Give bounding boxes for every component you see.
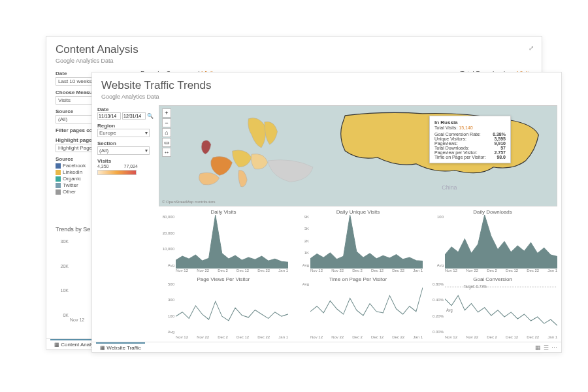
chart-title: Page Views Per Visitor bbox=[159, 276, 288, 282]
map-attribution: © OpenStreetMap contributors bbox=[162, 200, 215, 204]
zoom-in-button[interactable]: + bbox=[162, 108, 171, 118]
zoom-home-button[interactable]: ⌂ bbox=[162, 128, 171, 137]
trends-label: Trends by Se bbox=[56, 226, 90, 233]
date-from-input[interactable] bbox=[97, 112, 121, 120]
chart-title: Time on Page Per Visitor bbox=[293, 276, 423, 282]
x-axis: Nov 12Nov 22Dec 2Dec 12Dec 22Jan 1 bbox=[310, 335, 423, 342]
front-subtitle: Google Analytics Data bbox=[101, 93, 552, 100]
visits-max: 77,024 bbox=[124, 164, 138, 169]
chart-daily_unique: Daily Unique Visits 9K3K2K1KAvg Nov 12No… bbox=[293, 209, 423, 275]
x-axis: Nov 12Nov 22Dec 2Dec 12Dec 22Jan 1 bbox=[176, 269, 288, 275]
legend-label: Twitter bbox=[63, 182, 78, 188]
legend-swatch bbox=[56, 163, 61, 169]
chart-goalconv: Goal Conversion 0.80%0.40%0.20%0.00% Tar… bbox=[428, 276, 557, 342]
website-traffic-tab[interactable]: ▦ Website Traffic bbox=[96, 342, 145, 352]
x-axis: Nov 12Nov 22Dec 2Dec 12Dec 22Jan 1 bbox=[310, 269, 423, 275]
chart-title: Daily Downloads bbox=[428, 209, 557, 215]
y-axis: 0.80%0.40%0.20%0.00% bbox=[428, 282, 445, 335]
y-axis: Avg bbox=[293, 282, 310, 335]
zoom-select-button[interactable]: ▭ bbox=[162, 138, 171, 147]
back-title: Content Analysis bbox=[56, 43, 532, 56]
view-grid-icon[interactable]: ▦ bbox=[535, 344, 541, 351]
legend-label: Facebook bbox=[63, 163, 86, 169]
section-label: Section bbox=[97, 140, 151, 146]
legend-swatch bbox=[56, 170, 61, 175]
y-axis: 9K3K2K1KAvg bbox=[293, 215, 310, 267]
visits-label: Visits bbox=[97, 158, 151, 164]
region-label: Region bbox=[97, 123, 151, 129]
legend-swatch bbox=[56, 176, 61, 182]
legend-label: LinkedIn bbox=[63, 169, 82, 175]
chart-daily_downloads: Daily Downloads 100Avg Nov 12Nov 22Dec 2… bbox=[428, 209, 557, 275]
view-list-icon[interactable]: ☰ bbox=[544, 344, 549, 351]
chart-daily_visits: Daily Visits 80,00020,00010,000Avg Nov 1… bbox=[159, 209, 288, 275]
legend-swatch bbox=[56, 183, 61, 188]
chart-title: Daily Unique Visits bbox=[293, 209, 423, 215]
website-traffic-panel: Website Traffic Trends Google Analytics … bbox=[91, 72, 562, 353]
y-axis: 100Avg bbox=[428, 215, 445, 267]
y-axis: 80,00020,00010,000Avg bbox=[159, 215, 176, 267]
chart-timeonpage: Time on Page Per Visitor Avg Nov 12Nov 2… bbox=[293, 276, 423, 342]
date-to-input[interactable] bbox=[122, 112, 146, 120]
section-select[interactable]: (All)▾ bbox=[97, 146, 150, 155]
more-icon[interactable]: ⋯ bbox=[551, 344, 557, 351]
chart-title: Goal Conversion bbox=[428, 276, 557, 282]
x-axis: Nov 12Nov 22Dec 2Dec 12Dec 22Jan 1 bbox=[445, 335, 557, 342]
popout-icon[interactable]: ⤢ bbox=[529, 44, 534, 52]
front-sidebar: Date 🔍 RegionEurope▾ Section(All)▾ Visit… bbox=[92, 103, 156, 342]
search-icon[interactable]: 🔍 bbox=[147, 113, 154, 119]
zoom-out-button[interactable]: − bbox=[162, 118, 171, 127]
map[interactable]: China + − ⌂ ▭ ↔ In Russia Total Visits: … bbox=[159, 105, 557, 206]
zoom-pan-button[interactable]: ↔ bbox=[162, 148, 171, 157]
legend-label: Organic bbox=[63, 176, 81, 182]
x-axis: Nov 12Nov 22Dec 2Dec 12Dec 22Jan 1 bbox=[445, 269, 557, 275]
back-subtitle: Google Analytics Data bbox=[56, 57, 532, 64]
svg-text:Avg: Avg bbox=[446, 307, 453, 313]
region-select[interactable]: Europe▾ bbox=[97, 129, 150, 137]
visits-gradient-legend bbox=[97, 170, 137, 175]
date-label: Date bbox=[97, 106, 151, 112]
front-title: Website Traffic Trends bbox=[101, 79, 552, 92]
legend-label: Other bbox=[63, 189, 76, 195]
svg-text:China: China bbox=[442, 184, 457, 191]
map-tooltip: In Russia Total Visits: 15,140 Goal Conv… bbox=[429, 116, 511, 163]
chevron-down-icon: ▾ bbox=[145, 130, 148, 136]
y-axis: 500300100Avg bbox=[159, 282, 176, 335]
chart-title: Daily Visits bbox=[159, 209, 288, 215]
chevron-down-icon: ▾ bbox=[145, 148, 148, 154]
svg-text:Target: 0.73%: Target: 0.73% bbox=[464, 284, 487, 289]
x-axis: Nov 12Nov 22Dec 2Dec 12Dec 22Jan 1 bbox=[176, 335, 288, 342]
visits-min: 4,350 bbox=[97, 164, 109, 169]
chart-pageviews: Page Views Per Visitor 500300100Avg Nov … bbox=[159, 276, 288, 342]
legend-swatch bbox=[56, 189, 61, 195]
